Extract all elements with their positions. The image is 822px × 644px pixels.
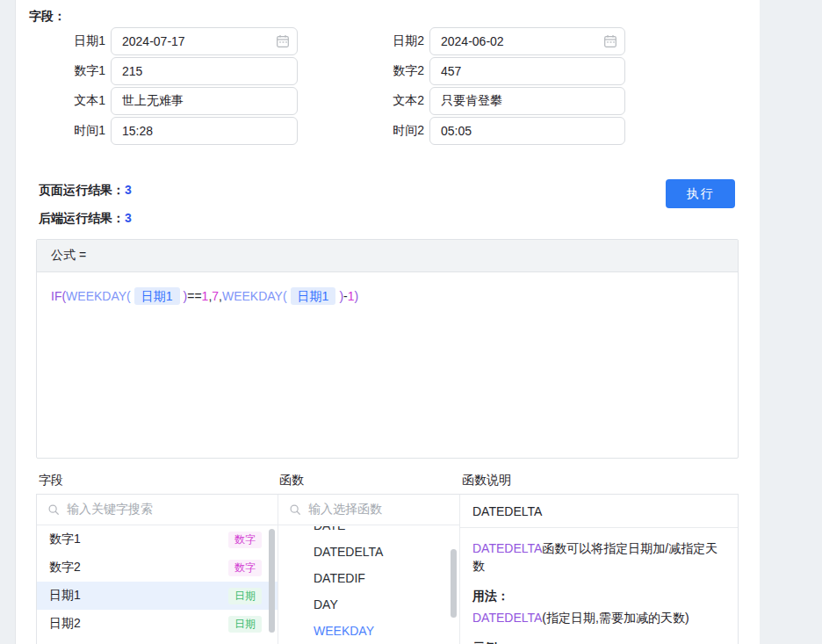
function-doc-panel: DATEDELTA DATEDELTA函数可以将指定日期加/减指定天数 用法： … (460, 495, 738, 644)
search-icon (289, 503, 301, 516)
function-list-item[interactable]: DAY (278, 591, 459, 618)
field-list-item[interactable]: 日期1日期 (37, 582, 278, 610)
function-search-placeholder: 输入选择函数 (308, 502, 382, 517)
text-input[interactable] (429, 117, 625, 145)
date-input-wrap (429, 27, 625, 55)
page-run-result-value: 3 (125, 183, 132, 197)
calendar-icon[interactable] (603, 34, 617, 48)
field-label: 日期1 (35, 33, 105, 49)
calendar-icon[interactable] (276, 34, 290, 48)
date-input-wrap (111, 27, 298, 55)
page-left-gutter (0, 0, 16, 644)
field-list: 数字1数字数字2数字日期1日期日期2日期时间1时间 (37, 525, 278, 644)
fields-panel-title: 字段 (39, 473, 63, 488)
date-input[interactable] (429, 27, 625, 55)
fields-section-title: 字段： (29, 9, 66, 25)
functions-panel-title: 函数 (279, 473, 304, 488)
field-item-name: 数字1 (49, 532, 81, 547)
doc-description: DATEDELTA函数可以将指定日期加/减指定天数 (472, 539, 725, 575)
formula-input-area[interactable]: IF(WEEKDAY(日期1)==1,7,WEEKDAY(日期1)-1) (37, 272, 738, 320)
text-input[interactable] (111, 117, 298, 145)
formula-editor-header: 公式 = (37, 240, 738, 272)
field-list-item[interactable]: 日期2日期 (37, 610, 278, 638)
formula-token: 7 (212, 289, 219, 303)
field-label: 文本2 (354, 93, 424, 109)
text-input-wrap (429, 117, 625, 145)
doc-panel-title: 函数说明 (462, 473, 511, 488)
function-list-viewport: DATEDATEDELTADATEDIFDAYWEEKDAY (278, 526, 459, 644)
doc-usage: DATEDELTA(指定日期,需要加减的天数) (472, 609, 725, 626)
function-list: DATEDATEDELTADATEDIFDAYWEEKDAY (278, 526, 459, 644)
backend-run-result-value: 3 (125, 211, 132, 225)
field-item-name: 日期2 (49, 616, 81, 632)
formula-token: IF( (51, 289, 66, 303)
function-list-item[interactable]: DATEDIF (278, 565, 459, 591)
field-list-scrollbar[interactable] (269, 529, 275, 633)
formula-token: 1 (348, 289, 355, 303)
field-type-tag: 数字 (228, 532, 262, 548)
field-search-input[interactable]: 输入关键字搜索 (37, 495, 278, 525)
field-label: 文本1 (35, 93, 105, 109)
form-row: 日期2 (354, 27, 625, 55)
form-row: 时间2 (354, 117, 625, 145)
text-input-wrap (111, 117, 298, 145)
text-input-wrap (111, 87, 298, 115)
field-list-item[interactable]: 数字2数字 (37, 554, 278, 582)
fields-panel: 输入关键字搜索 数字1数字数字2数字日期1日期日期2日期时间1时间 (37, 495, 278, 644)
doc-usage-label: 用法： (472, 587, 725, 604)
doc-function-name: DATEDELTA (460, 495, 738, 528)
field-type-tag: 日期 (228, 616, 262, 633)
text-input[interactable] (111, 57, 298, 85)
text-input-wrap (429, 87, 625, 115)
field-type-tag: 日期 (228, 588, 262, 604)
text-input[interactable] (429, 87, 625, 115)
field-item-name: 日期1 (49, 588, 81, 604)
text-input[interactable] (111, 87, 298, 115)
text-input-wrap (429, 57, 625, 85)
formula-field-chip: 日期1 (291, 287, 336, 305)
field-label: 时间1 (35, 123, 105, 139)
doc-description-fn: DATEDELTA (472, 541, 542, 555)
page-run-result-line: 页面运行结果：3 (39, 181, 132, 199)
function-list-scrollbar[interactable] (451, 549, 457, 618)
formula-tester-page: 字段： 日期1数字1文本1时间1日期2数字2文本2时间2 页面运行结果：3 后端… (0, 0, 822, 644)
form-row: 文本1 (35, 87, 298, 115)
formula-token: WEEKDAY( (66, 289, 131, 303)
doc-usage-text: (指定日期,需要加减的天数) (542, 611, 689, 625)
field-item-name: 数字2 (49, 560, 81, 575)
function-search-input[interactable]: 输入选择函数 (278, 495, 459, 525)
page-run-result-label: 页面运行结果： (39, 183, 125, 197)
doc-body: DATEDELTA函数可以将指定日期加/减指定天数 用法： DATEDELTA(… (460, 528, 738, 644)
run-button[interactable]: 执行 (666, 179, 735, 208)
function-list-item[interactable]: DATE (278, 526, 459, 539)
doc-example-label: 示例： (472, 639, 725, 644)
formula-token: ) (355, 289, 359, 303)
field-label: 数字1 (35, 63, 105, 79)
form-row: 数字2 (354, 57, 625, 85)
field-label: 日期2 (354, 33, 424, 49)
field-type-tag: 数字 (228, 560, 262, 576)
form-row: 时间1 (35, 117, 298, 145)
function-list-item[interactable]: WEEKDAY (278, 618, 459, 644)
picker-panels: 输入关键字搜索 数字1数字数字2数字日期1日期日期2日期时间1时间 输入选择函数… (36, 494, 739, 644)
form-row: 文本2 (354, 87, 625, 115)
backend-run-result-label: 后端运行结果： (39, 211, 125, 225)
formula-editor: 公式 = IF(WEEKDAY(日期1)==1,7,WEEKDAY(日期1)-1… (36, 239, 739, 459)
text-input-wrap (111, 57, 298, 85)
function-list-item[interactable]: DATEDELTA (278, 539, 459, 565)
formula-field-chip: 日期1 (134, 287, 180, 305)
formula-token: WEEKDAY( (222, 289, 287, 303)
doc-usage-fn: DATEDELTA (472, 611, 542, 625)
field-list-item[interactable]: 时间1时间 (37, 638, 278, 644)
functions-panel: 输入选择函数 DATEDATEDELTADATEDIFDAYWEEKDAY (278, 495, 460, 644)
form-row: 数字1 (35, 57, 298, 85)
field-label: 时间2 (354, 123, 424, 139)
field-list-item[interactable]: 数字1数字 (37, 525, 278, 554)
text-input[interactable] (429, 57, 625, 85)
formula-token: == (187, 289, 201, 303)
field-search-placeholder: 输入关键字搜索 (67, 502, 153, 517)
search-icon (47, 503, 60, 516)
form-row: 日期1 (35, 27, 298, 55)
date-input[interactable] (111, 27, 298, 55)
field-label: 数字2 (354, 63, 424, 79)
